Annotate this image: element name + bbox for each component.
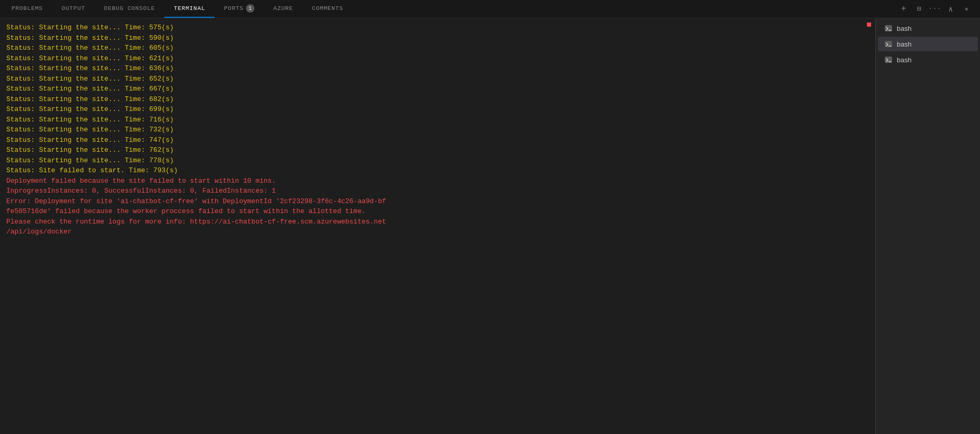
terminal-line: Status: Starting the site... Time: 699(s… [6, 104, 869, 115]
terminal-line: Status: Starting the site... Time: 732(s… [6, 125, 869, 135]
terminal-line: Status: Site failed to start. Time: 793(… [6, 165, 869, 176]
tab-debug-console[interactable]: DEBUG CONSOLE [95, 0, 164, 18]
terminal-line: Error: Deployment for site 'ai-chatbot-c… [6, 196, 869, 207]
tab-output-label: OUTPUT [62, 5, 85, 12]
terminal-line: Status: Starting the site... Time: 636(s… [6, 63, 869, 74]
tab-output[interactable]: OUTPUT [52, 0, 95, 18]
sidebar-item-label: bash [897, 25, 911, 32]
tab-terminal-label: TERMINAL [174, 5, 205, 12]
new-terminal-button[interactable]: + [896, 2, 911, 16]
tab-ports-badge: 1 [246, 4, 254, 13]
terminal-icon [884, 24, 893, 32]
terminal-line: Status: Starting the site... Time: 590(s… [6, 33, 869, 43]
tab-problems[interactable]: PROBLEMS [2, 0, 52, 18]
terminal-line: Status: Starting the site... Time: 605(s… [6, 43, 869, 53]
tab-azure-label: AZURE [273, 5, 293, 12]
more-actions-button[interactable]: ··· [928, 2, 942, 16]
maximize-panel-button[interactable]: ∧ [943, 2, 958, 16]
sidebar-item-bash2[interactable]: bash [878, 37, 978, 51]
terminal-line: Status: Starting the site... Time: 716(s… [6, 115, 869, 125]
terminal-line: Status: Starting the site... Time: 747(s… [6, 135, 869, 146]
tab-azure[interactable]: AZURE [264, 0, 302, 18]
tab-terminal[interactable]: TERMINAL [164, 0, 215, 18]
terminal-line: Status: Starting the site... Time: 762(s… [6, 145, 869, 155]
tab-comments-label: COMMENTS [312, 5, 343, 12]
terminal-icon [884, 40, 893, 48]
sidebar-item-bash1[interactable]: bash [878, 21, 978, 36]
tab-actions: + ⊟ ··· ∧ ✕ [892, 0, 978, 18]
sidebar-item-label: bash [897, 56, 911, 64]
sidebar-item-bash3[interactable]: bash [878, 52, 978, 67]
tab-comments[interactable]: COMMENTS [303, 0, 353, 18]
tab-problems-label: PROBLEMS [12, 5, 43, 12]
terminal-line: /api/logs/docker [6, 227, 869, 237]
terminal-line: fe505716de' failed because the worker pr… [6, 206, 869, 217]
terminal-line: Status: Starting the site... Time: 652(s… [6, 74, 869, 84]
terminal-output[interactable]: Status: Starting the site... Time: 575(s… [0, 18, 875, 434]
red-indicator [867, 23, 871, 27]
terminal-icon [884, 55, 893, 64]
terminal-line: Status: Starting the site... Time: 575(s… [6, 23, 869, 33]
tab-ports-label: PORTS [224, 5, 243, 12]
close-panel-button[interactable]: ✕ [959, 2, 974, 16]
terminal-line: Status: Starting the site... Time: 682(s… [6, 94, 869, 105]
terminal-line: Status: Starting the site... Time: 667(s… [6, 84, 869, 94]
panel-tab-bar: PROBLEMSOUTPUTDEBUG CONSOLETERMINALPORTS… [0, 0, 980, 18]
sidebar-item-label: bash [897, 40, 911, 48]
terminal-line: Deployment failed because the site faile… [6, 176, 869, 186]
terminal-line: Please check the runtime logs for more i… [6, 217, 869, 227]
main-area: Status: Starting the site... Time: 575(s… [0, 18, 980, 434]
terminal-sidebar: bash bash bash [875, 18, 980, 434]
terminal-line: Status: Starting the site... Time: 621(s… [6, 53, 869, 64]
tab-ports[interactable]: PORTS1 [215, 0, 264, 18]
tab-debug-console-label: DEBUG CONSOLE [104, 5, 155, 12]
split-terminal-button[interactable]: ⊟ [912, 2, 927, 16]
terminal-line: InprogressInstances: 0, SuccessfulInstan… [6, 186, 869, 196]
terminal-line: Status: Starting the site... Time: 778(s… [6, 155, 869, 166]
